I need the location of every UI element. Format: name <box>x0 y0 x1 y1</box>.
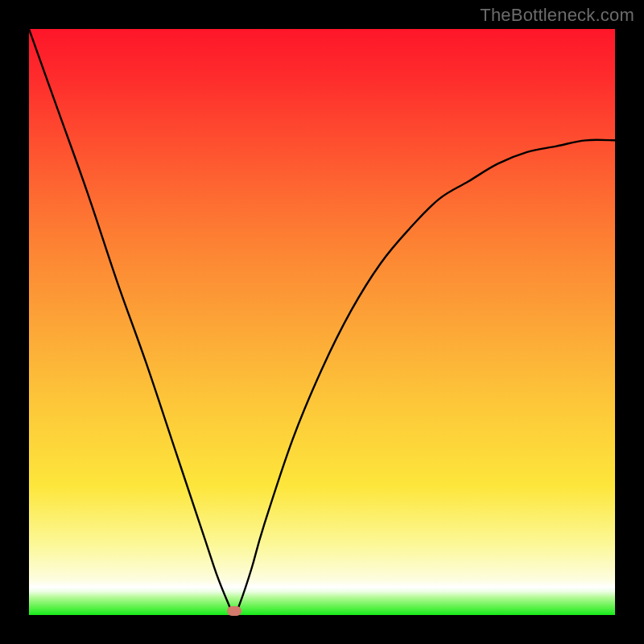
optimum-marker <box>227 606 242 616</box>
curve-path <box>29 29 615 615</box>
watermark-text: TheBottleneck.com <box>480 5 634 26</box>
plot-area <box>29 29 615 615</box>
chart-frame: TheBottleneck.com <box>0 0 644 644</box>
bottleneck-curve <box>29 29 615 615</box>
